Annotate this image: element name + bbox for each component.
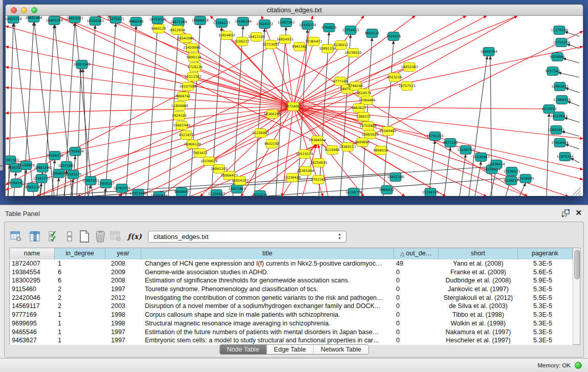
graph-node[interactable]: 17359924: [67, 147, 83, 156]
graph-node[interactable]: 16543982: [177, 34, 194, 43]
graph-node[interactable]: 9860125: [151, 25, 166, 33]
graph-edge[interactable]: [564, 118, 579, 122]
graph-node[interactable]: 12093832: [551, 82, 568, 91]
graph-edge[interactable]: [6, 67, 293, 106]
graph-node[interactable]: 9806742: [176, 92, 191, 101]
column-header-name[interactable]: name: [10, 248, 55, 259]
select-columns-icon[interactable]: [46, 229, 60, 244]
graph-node[interactable]: 9600125: [365, 29, 380, 38]
graph-node[interactable]: 9896510: [374, 146, 388, 155]
citation-network-graph[interactable]: 1405572420691406164032491065324718550563…: [6, 16, 583, 196]
graph-edge[interactable]: [565, 88, 579, 93]
graph-node[interactable]: 9329966: [550, 53, 565, 61]
graph-node[interactable]: 12586237: [213, 19, 230, 28]
table-options-icon[interactable]: [9, 229, 23, 244]
tab-edge-table[interactable]: Edge Table: [267, 345, 313, 354]
graph-node[interactable]: 16906128: [184, 140, 201, 149]
graph-node[interactable]: 9699695: [355, 138, 370, 147]
graph-node[interactable]: 11007543: [277, 18, 294, 27]
graph-node[interactable]: 7924103: [172, 112, 187, 120]
left-collapsed-panel[interactable]: ◂: [0, 0, 3, 170]
column-header-short[interactable]: short: [439, 248, 518, 259]
table-row[interactable]: 2242004622012Investigating the contribut…: [10, 294, 573, 302]
graph-edge[interactable]: [565, 144, 579, 149]
column-header-pagerank[interactable]: pagerank: [518, 248, 573, 259]
graph-node[interactable]: 9153229: [253, 191, 268, 196]
graph-node[interactable]: 8505124: [26, 183, 40, 192]
graph-edge[interactable]: [98, 16, 368, 126]
graph-node[interactable]: 18412108: [248, 33, 265, 41]
column-header-year[interactable]: year: [105, 248, 141, 259]
memory-ok-icon[interactable]: [575, 362, 582, 369]
table-row[interactable]: 1830029562008Estimation of significance …: [10, 276, 573, 285]
graph-node[interactable]: 11236907: [252, 129, 269, 138]
table-row[interactable]: 946362711997Embryonic stem cells: a mode…: [10, 336, 573, 345]
graph-node[interactable]: 11236543: [208, 190, 225, 196]
function-builder-icon[interactable]: ƒ(x): [127, 229, 142, 244]
graph-node[interactable]: 8912954: [170, 26, 185, 35]
graph-node[interactable]: 8236912: [334, 41, 349, 50]
graph-node[interactable]: 20206516: [46, 151, 63, 160]
table-row[interactable]: 1938455462009Genome-wide association stu…: [10, 268, 573, 277]
graph-node[interactable]: 17016504: [551, 139, 568, 147]
network-canvas[interactable]: 1405572420691406164032491065324718550563…: [6, 16, 583, 196]
graph-node[interactable]: 7515526: [386, 32, 401, 41]
graph-edge[interactable]: [519, 183, 526, 196]
graph-node[interactable]: 15692971: [548, 126, 564, 135]
graph-node[interactable]: 10719155: [149, 16, 166, 24]
graph-node[interactable]: 9941362: [292, 42, 307, 51]
graph-node[interactable]: 9794192: [9, 179, 24, 188]
network-view-window[interactable]: citations_edges.txt 14055724206914061640…: [5, 4, 583, 196]
table-row[interactable]: 969969511998Structural magnetic resonanc…: [10, 319, 573, 328]
graph-node[interactable]: 9466160: [129, 17, 144, 26]
graph-edge[interactable]: [6, 106, 293, 139]
scrollbar-thumb[interactable]: [574, 250, 580, 279]
graph-edge[interactable]: [57, 16, 332, 150]
column-header-out_de[interactable]: △out_de…: [394, 248, 439, 259]
graph-node[interactable]: 2718126: [188, 63, 203, 72]
graph-edge[interactable]: [193, 77, 293, 106]
graph-node[interactable]: 11075334: [556, 152, 573, 161]
graph-node[interactable]: 9702163: [311, 176, 326, 184]
graph-node[interactable]: 12754613: [342, 26, 359, 35]
new-table-icon[interactable]: [77, 229, 92, 244]
graph-node[interactable]: 11175236: [551, 26, 568, 35]
graph-edge[interactable]: [563, 58, 579, 63]
graph-edge[interactable]: [89, 185, 91, 196]
table-row[interactable]: 946554611997Estimation of the future num…: [10, 328, 573, 337]
graph-node[interactable]: 20681296: [34, 164, 51, 172]
graph-node[interactable]: 9236017: [504, 177, 519, 185]
resize-grip-icon[interactable]: [573, 187, 581, 195]
graph-edge[interactable]: [6, 47, 293, 106]
graph-edge[interactable]: [293, 81, 340, 106]
graph-node[interactable]: 10975887: [58, 162, 75, 170]
graph-node[interactable]: 16021463: [228, 185, 245, 193]
graph-node[interactable]: 9465412: [380, 186, 395, 194]
graph-edge[interactable]: [571, 158, 579, 163]
graph-node[interactable]: 9553216: [387, 73, 402, 82]
graph-node[interactable]: 9890134: [187, 53, 202, 62]
graph-node[interactable]: 18550563: [86, 17, 103, 26]
graph-edge[interactable]: [558, 73, 579, 77]
column-header-title[interactable]: title: [141, 248, 394, 259]
graph-node[interactable]: 19391303: [6, 156, 19, 165]
graph-edge[interactable]: [293, 106, 549, 109]
row-height-icon[interactable]: [62, 229, 77, 244]
graph-node[interactable]: 9777169: [333, 77, 348, 86]
graph-node[interactable]: 17957253: [82, 177, 99, 185]
graph-node[interactable]: 10519579: [296, 150, 313, 159]
graph-node[interactable]: 17024372: [256, 20, 273, 29]
graph-node[interactable]: 14055724: [6, 16, 22, 24]
graph-edge[interactable]: [285, 39, 293, 106]
graph-node[interactable]: 14236510: [344, 49, 361, 57]
graph-node[interactable]: 7386372: [356, 113, 371, 121]
table-select-dropdown[interactable]: citations_edges.txt ▲▼: [148, 231, 346, 243]
graph-node[interactable]: 15549402: [379, 127, 396, 136]
graph-edge[interactable]: [429, 141, 435, 196]
graph-edge[interactable]: [444, 147, 450, 196]
graph-node[interactable]: 12942737: [33, 174, 50, 183]
graph-edge[interactable]: [562, 132, 579, 136]
graph-edge[interactable]: [6, 87, 293, 106]
graph-node[interactable]: 10432186: [387, 173, 404, 182]
graph-node[interactable]: 15276021: [107, 16, 124, 24]
